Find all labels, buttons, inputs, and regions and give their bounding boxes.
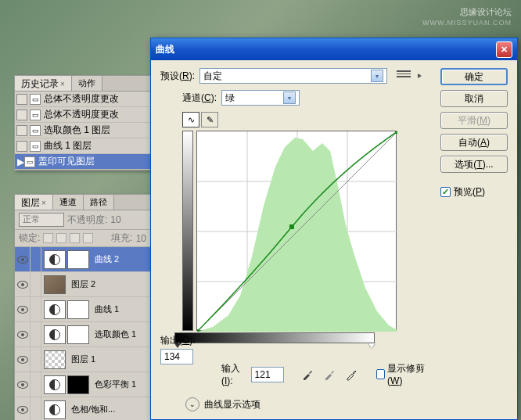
layers-panel: 图层× 通道 路径 正常 不透明度: 10 锁定: 填充: 10 曲线 2 图层… <box>14 194 151 420</box>
disclosure-button[interactable]: ⌄ <box>185 397 199 411</box>
output-gradient <box>182 131 193 331</box>
tab-paths[interactable]: 路径 <box>84 195 114 210</box>
auto-button[interactable]: 自动(A) <box>440 134 508 151</box>
white-point-slider[interactable] <box>368 343 375 348</box>
fill-label: 填充: <box>111 232 132 245</box>
eye-icon <box>17 406 28 414</box>
lock-position-icon[interactable] <box>70 233 80 243</box>
cancel-button[interactable]: 取消 <box>440 90 508 107</box>
close-button[interactable]: ✕ <box>496 41 512 58</box>
fill-value[interactable]: 10 <box>136 233 146 244</box>
input-gradient <box>174 332 375 343</box>
layer-row[interactable]: 曲线 2 <box>15 247 150 272</box>
layer-row[interactable]: 选取颜色 1 <box>15 322 150 347</box>
layer-name: 色相/饱和... <box>68 404 115 415</box>
opacity-label: 不透明度: <box>67 214 107 227</box>
svg-rect-7 <box>197 329 199 332</box>
history-item[interactable]: ▭曲线 1 图层 <box>15 138 150 154</box>
layer-row[interactable]: 曲线 1 <box>15 297 150 322</box>
layer-row[interactable]: 图层 2 <box>15 272 150 297</box>
eye-icon <box>17 256 28 264</box>
channel-select[interactable]: 绿▾ <box>221 90 300 106</box>
curve-tool-button[interactable]: ∿ <box>182 112 199 127</box>
options-button[interactable]: 选项(T)... <box>440 156 508 173</box>
display-options-label: 曲线显示选项 <box>204 398 260 411</box>
brush-icon: ▶ <box>16 156 24 167</box>
curves-dialog: 曲线 ✕ 预设(R): 自定▾ 通道(C): 绿▾ ∿ ✎ <box>150 38 518 420</box>
layer-name: 曲线 1 <box>92 303 119 315</box>
eye-icon <box>17 306 28 314</box>
pencil-tool-button[interactable]: ✎ <box>201 112 218 127</box>
tab-channels[interactable]: 通道 <box>53 195 84 210</box>
chevron-down-icon: ▾ <box>283 92 296 104</box>
lock-all-icon[interactable] <box>83 233 93 243</box>
smooth-button[interactable]: 平滑(M) <box>440 112 508 129</box>
svg-rect-9 <box>395 131 397 134</box>
eye-icon <box>17 356 28 364</box>
layer-row[interactable]: 色相/饱和... <box>15 397 150 420</box>
history-item[interactable]: ▭总体不透明度更改 <box>15 92 150 107</box>
tab-history[interactable]: 历史记录× <box>15 76 72 91</box>
blend-mode-select[interactable]: 正常 <box>19 213 64 227</box>
output-label: 输出(O): <box>160 334 196 347</box>
eye-icon <box>17 381 28 389</box>
white-eyedropper-icon[interactable] <box>345 368 358 381</box>
layer-name: 选取颜色 1 <box>92 328 136 340</box>
close-icon[interactable]: × <box>60 80 65 88</box>
visibility-toggle[interactable] <box>15 297 31 321</box>
visibility-toggle[interactable] <box>15 347 31 372</box>
lock-transparent-icon[interactable] <box>43 233 53 243</box>
black-eyedropper-icon[interactable] <box>301 368 314 381</box>
history-item[interactable]: ▶▭盖印可见图层 <box>15 154 150 170</box>
chevron-down-icon: ▾ <box>371 70 383 82</box>
preset-label: 预设(R): <box>160 70 195 83</box>
input-label: 输入(I): <box>221 362 248 386</box>
svg-rect-8 <box>289 224 294 229</box>
preview-label: 预览(P) <box>454 185 485 199</box>
show-clipping-checkbox[interactable] <box>376 369 385 379</box>
preset-menu-icon[interactable] <box>397 70 411 81</box>
tab-layers[interactable]: 图层× <box>15 195 53 210</box>
channel-label: 通道(C): <box>182 92 217 105</box>
layer-row[interactable]: 色彩平衡 1 <box>15 372 150 397</box>
output-input[interactable] <box>160 349 193 364</box>
gray-eyedropper-icon[interactable] <box>323 368 336 381</box>
curve-graph[interactable] <box>196 131 397 331</box>
visibility-toggle[interactable] <box>15 272 31 296</box>
ok-button[interactable]: 确定 <box>440 68 508 85</box>
history-panel: 历史记录× 动作 ▭总体不透明度更改 ▭总体不透明度更改 ▭选取颜色 1 图层 … <box>14 75 151 171</box>
lock-pixels-icon[interactable] <box>56 233 66 243</box>
visibility-toggle[interactable] <box>15 322 31 346</box>
eye-icon <box>17 281 28 289</box>
eye-icon <box>17 331 28 339</box>
visibility-toggle[interactable] <box>15 372 31 397</box>
preset-select[interactable]: 自定▾ <box>199 68 387 84</box>
tab-actions[interactable]: 动作 <box>72 76 102 91</box>
layer-row[interactable]: 图层 1 <box>15 347 150 372</box>
show-clipping-label: 显示修剪(W) <box>387 362 433 386</box>
visibility-toggle[interactable] <box>15 397 31 420</box>
input-input[interactable] <box>251 367 284 382</box>
layer-name: 图层 1 <box>68 354 95 365</box>
preview-checkbox[interactable]: ✓ <box>440 187 451 197</box>
title-bar[interactable]: 曲线 ✕ <box>151 38 517 60</box>
opacity-value[interactable]: 10 <box>110 214 120 225</box>
layer-name: 曲线 2 <box>92 253 119 265</box>
dialog-title: 曲线 <box>156 43 496 56</box>
watermark-text: 思缘设计论坛 <box>460 6 512 18</box>
watermark-url: WWW.MISSYUAN.COM <box>422 19 512 27</box>
history-item[interactable]: ▭总体不透明度更改 <box>15 107 150 123</box>
visibility-toggle[interactable] <box>15 247 31 271</box>
layer-name: 色彩平衡 1 <box>92 379 136 390</box>
lock-label: 锁定: <box>19 232 40 245</box>
history-item[interactable]: ▭选取颜色 1 图层 <box>15 123 150 138</box>
layer-name: 图层 2 <box>68 278 95 290</box>
